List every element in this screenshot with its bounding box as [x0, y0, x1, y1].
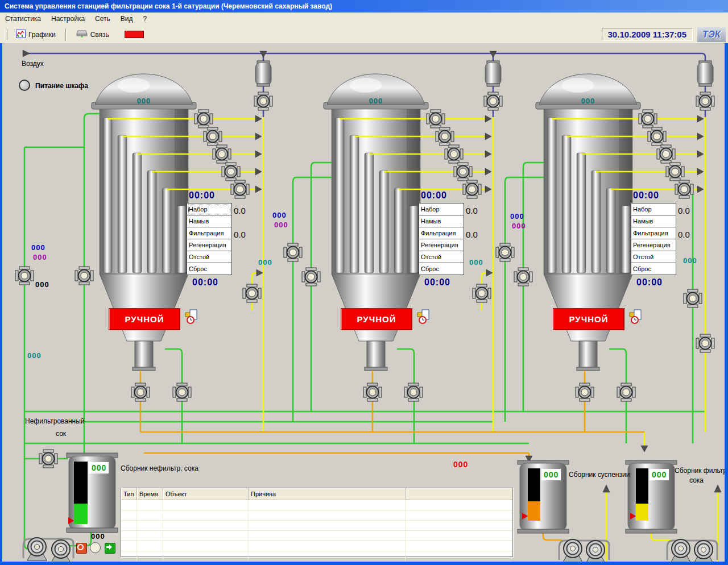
- valve-icon[interactable]: [195, 110, 213, 128]
- pump-group-filtered[interactable]: [671, 539, 713, 563]
- menu-view[interactable]: Вид: [115, 13, 138, 26]
- valve-icon[interactable]: [404, 383, 423, 401]
- valve-icon[interactable]: [39, 450, 57, 468]
- column-header-reason[interactable]: Причина: [249, 488, 406, 500]
- valve-icon[interactable]: [254, 92, 272, 110]
- filter1-mode-button[interactable]: РУЧНОЙ: [109, 308, 180, 330]
- valve-icon[interactable]: [231, 180, 249, 198]
- phase-row[interactable]: Отстой: [419, 251, 464, 263]
- valve-icon[interactable]: [363, 383, 382, 401]
- phase-row[interactable]: Фильтрация: [187, 227, 231, 239]
- filter2-top-value: 000: [365, 97, 387, 105]
- events-table-header: Тип Время Объект Причина: [121, 488, 512, 500]
- window-title: Система управления станцией фильтрации с…: [5, 2, 332, 10]
- valve-icon[interactable]: [204, 127, 222, 146]
- menu-bar: Статистика Настройка Сеть Вид ?: [0, 13, 728, 26]
- phase-row[interactable]: Сброс: [419, 263, 464, 275]
- filter3-nabor-value: 0.0: [678, 206, 690, 215]
- phase-row[interactable]: Сброс: [631, 263, 676, 275]
- valve-icon[interactable]: [617, 383, 635, 401]
- cabinet-power-lamp: [19, 80, 30, 91]
- valve-icon[interactable]: [496, 243, 514, 261]
- pump-group-suspension[interactable]: [563, 539, 605, 563]
- valve-icon[interactable]: [213, 145, 231, 163]
- filter1-timer-bottom: 00:00: [192, 277, 218, 288]
- valve-icon[interactable]: [576, 383, 594, 401]
- valve-icon[interactable]: [445, 145, 463, 163]
- valve-icon[interactable]: [484, 92, 502, 110]
- filter2-timer-bottom: 00:00: [424, 277, 450, 288]
- link-button[interactable]: Связь: [71, 26, 114, 43]
- valve-icon[interactable]: [657, 145, 675, 163]
- phase-row[interactable]: Набор: [187, 203, 231, 215]
- phase-row[interactable]: Фильтрация: [631, 227, 676, 239]
- menu-network[interactable]: Сеть: [90, 13, 115, 26]
- phase-row[interactable]: Отстой: [187, 251, 231, 263]
- phase-row[interactable]: Сброс: [187, 263, 231, 275]
- pump-stop-button[interactable]: [76, 543, 87, 554]
- valve-icon[interactable]: [648, 127, 666, 146]
- pump-start-button[interactable]: [105, 543, 115, 554]
- phase-row[interactable]: Намыв: [187, 215, 231, 227]
- column-header-time[interactable]: Время: [137, 488, 163, 500]
- tank-filtered-label-2: сока: [689, 476, 704, 484]
- filter3-timer-bottom: 00:00: [636, 277, 663, 288]
- window-border-left: [0, 43, 2, 565]
- datetime-display: 30.10.2009 11:37:05: [602, 28, 693, 41]
- graphs-button[interactable]: Графики: [11, 27, 61, 42]
- filter1-filtration-value: 0.0: [234, 230, 246, 239]
- tank-unfiltered-label: Сборник нефильтр. сока: [121, 464, 198, 472]
- valve-icon[interactable]: [131, 383, 150, 401]
- valve-icon[interactable]: [302, 268, 320, 286]
- valve-icon[interactable]: [684, 289, 702, 308]
- valve-icon[interactable]: [454, 163, 472, 181]
- phase-row[interactable]: Отстой: [631, 251, 676, 263]
- tank-filtered-label-1: Сборник фильтр.: [675, 467, 728, 475]
- valve-icon[interactable]: [284, 243, 302, 261]
- phase-row[interactable]: Намыв: [419, 215, 464, 227]
- valve-icon[interactable]: [463, 180, 481, 198]
- phase-row[interactable]: Набор: [631, 203, 676, 215]
- title-bar: Система управления станцией фильтрации с…: [0, 0, 728, 13]
- phase-row[interactable]: Фильтрация: [419, 227, 464, 239]
- filter3-teal-value: 000: [683, 256, 697, 265]
- table-row: [121, 551, 512, 562]
- menu-help[interactable]: ?: [138, 13, 152, 26]
- valve-icon[interactable]: [666, 163, 684, 181]
- valve-icon[interactable]: [473, 284, 491, 302]
- valve-icon[interactable]: [243, 284, 261, 302]
- valve-icon[interactable]: [436, 127, 454, 146]
- column-header-type[interactable]: Тип: [121, 488, 137, 500]
- valve-icon[interactable]: [639, 110, 657, 128]
- phase-row[interactable]: Набор: [419, 203, 464, 215]
- valve-icon[interactable]: [75, 267, 93, 285]
- valve-icon[interactable]: [675, 180, 693, 198]
- network-icon: [76, 28, 88, 40]
- phase-row[interactable]: Регенерация: [187, 239, 231, 251]
- pump-group-unfiltered[interactable]: [27, 538, 71, 563]
- valve-icon[interactable]: [173, 383, 191, 401]
- phase-row[interactable]: Регенерация: [419, 239, 464, 251]
- filter3-mode-button[interactable]: РУЧНОЙ: [553, 308, 624, 330]
- valve-icon[interactable]: [15, 267, 34, 285]
- filter3-phase-table: Набор Намыв Фильтрация Регенерация Отсто…: [631, 203, 676, 275]
- events-table[interactable]: Тип Время Объект Причина: [121, 488, 513, 557]
- filter1-teal-left-value: 000: [27, 351, 42, 360]
- phase-row[interactable]: Намыв: [631, 215, 676, 227]
- filter1-purple-value: 000: [33, 253, 47, 261]
- menu-settings[interactable]: Настройка: [46, 13, 90, 26]
- filter1-teal-value: 000: [258, 258, 272, 267]
- filter2-teal-value: 000: [469, 258, 483, 267]
- valve-icon[interactable]: [696, 92, 714, 110]
- filter3-purple-value: 000: [512, 222, 526, 230]
- filter3-blue-value: 000: [510, 212, 524, 221]
- toolbar: Графики Связь 30.10.2009 11:37:05 ТЭК: [0, 26, 728, 44]
- valve-icon[interactable]: [427, 110, 445, 128]
- valve-icon[interactable]: [222, 163, 240, 181]
- menu-statistics[interactable]: Статистика: [0, 13, 46, 26]
- valve-icon[interactable]: [514, 268, 532, 286]
- filter2-mode-button[interactable]: РУЧНОЙ: [341, 308, 412, 330]
- valve-icon[interactable]: [696, 334, 714, 352]
- phase-row[interactable]: Регенерация: [631, 239, 676, 251]
- column-header-object[interactable]: Объект: [163, 488, 249, 500]
